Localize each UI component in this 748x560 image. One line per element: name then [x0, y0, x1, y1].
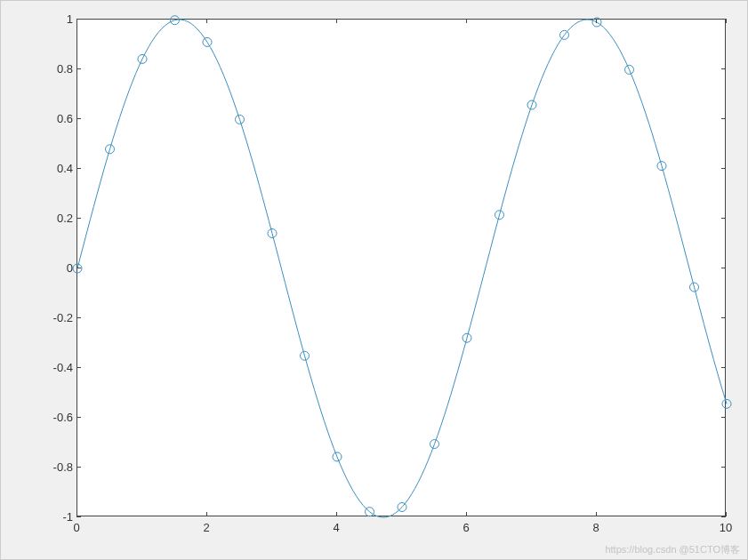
y-tick-label: 0.8: [37, 62, 73, 76]
x-tick-mark: [466, 19, 467, 23]
x-tick-mark: [726, 19, 727, 23]
y-tick-mark: [76, 268, 81, 268]
x-tick-label: 10: [712, 521, 739, 534]
x-tick-mark: [206, 512, 207, 516]
x-tick-mark: [336, 19, 337, 23]
y-tick-mark: [721, 118, 726, 119]
x-tick-label: 4: [323, 521, 350, 534]
y-tick-mark: [76, 467, 81, 468]
y-tick-mark: [76, 68, 81, 69]
y-tick-label: -0.2: [37, 311, 73, 324]
y-tick-mark: [721, 168, 726, 169]
figure-window: -1-0.8-0.6-0.4-0.200.20.40.60.81 0246810…: [1, 1, 748, 560]
y-tick-label: 0.6: [37, 112, 73, 125]
y-tick-label: 0.4: [37, 162, 73, 175]
watermark: https://blog.csdn @51CTO博客: [605, 543, 740, 556]
y-tick-mark: [76, 118, 81, 119]
x-tick-label: 6: [453, 521, 479, 534]
x-tick-mark: [76, 19, 77, 23]
x-tick-label: 0: [63, 521, 90, 534]
x-tick-mark: [596, 512, 597, 516]
y-tick-mark: [76, 417, 81, 418]
y-tick-mark: [721, 417, 726, 418]
y-tick-mark: [721, 467, 726, 468]
x-tick-mark: [76, 512, 77, 516]
x-tick-label: 2: [193, 521, 220, 534]
axes: [76, 19, 726, 516]
y-tick-label: -0.8: [37, 460, 73, 474]
chart-svg: [77, 20, 727, 517]
y-tick-mark: [76, 168, 81, 169]
y-tick-mark: [76, 317, 81, 318]
x-tick-mark: [466, 512, 467, 516]
y-tick-label: -0.4: [37, 361, 73, 374]
y-tick-mark: [76, 516, 81, 517]
marker-series: [73, 16, 731, 516]
y-tick-label: -0.6: [37, 411, 73, 424]
y-tick-mark: [721, 317, 726, 318]
y-tick-mark: [721, 516, 726, 517]
y-tick-mark: [721, 367, 726, 368]
y-tick-mark: [721, 68, 726, 69]
y-tick-label: 0: [37, 261, 73, 275]
y-tick-mark: [76, 367, 81, 368]
x-tick-mark: [206, 19, 207, 23]
x-tick-mark: [336, 512, 337, 516]
y-tick-mark: [721, 218, 726, 219]
line-series: [77, 20, 727, 517]
y-tick-mark: [721, 268, 726, 268]
x-tick-mark: [726, 512, 727, 516]
x-tick-label: 8: [583, 521, 609, 534]
y-tick-mark: [76, 218, 81, 219]
y-tick-label: 1: [37, 12, 73, 26]
x-tick-mark: [596, 19, 597, 23]
y-tick-label: 0.2: [37, 212, 73, 225]
